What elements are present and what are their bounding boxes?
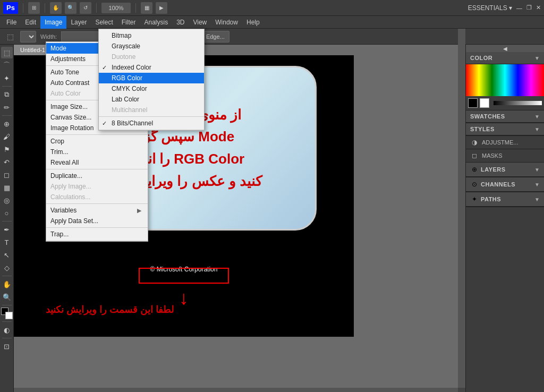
paths-panel-section: ✦ PATHS ▼ [466, 192, 544, 207]
masks-label: MASKS [482, 152, 503, 159]
separator [96, 3, 97, 13]
swatches-panel-section: SWATCHES ▼ [466, 110, 544, 123]
eyedropper-tool[interactable]: ✏ [1, 101, 13, 113]
8bit-check: ✓ [102, 120, 107, 127]
text-tool[interactable]: T [1, 236, 13, 248]
image-menu-crop[interactable]: Crop [46, 136, 148, 147]
color-spectrum[interactable] [466, 64, 544, 96]
hand-tool-icon[interactable]: ✋ [50, 2, 62, 14]
layers-panel-header[interactable]: ⊕ LAYERS ▼ [466, 163, 544, 177]
masks-item[interactable]: ◻ MASKS [466, 149, 544, 162]
adjustments-item[interactable]: ◑ ADJUSTME... [466, 136, 544, 149]
separator [45, 3, 45, 13]
view-icon[interactable]: ▦ [141, 2, 152, 14]
healing-brush-tool[interactable]: ⊕ [1, 118, 13, 130]
panel-collapse-arrow[interactable]: ◀ [466, 45, 544, 52]
masks-icon: ◻ [470, 151, 479, 160]
menu-help[interactable]: Help [242, 16, 264, 29]
screen-mode-button[interactable]: ⊡ [1, 340, 13, 352]
image-menu-trim[interactable]: Trim... [46, 147, 148, 157]
menu-layer[interactable]: Layer [66, 16, 91, 29]
mode-lab-color[interactable]: Lab Color [99, 94, 204, 105]
arrange-icon[interactable]: ⊞ [28, 2, 40, 14]
history-brush-tool[interactable]: ↶ [1, 156, 13, 168]
magic-wand-tool[interactable]: ✦ [1, 72, 13, 84]
rotate-icon[interactable]: ↺ [80, 2, 91, 14]
path-select-tool[interactable]: ↖ [1, 249, 13, 261]
channels-collapse-icon[interactable]: ▼ [534, 182, 540, 188]
menu-3d[interactable]: 3D [172, 16, 189, 29]
gradient-tool[interactable]: ▦ [1, 182, 13, 193]
styles-collapse-icon[interactable]: ▼ [534, 126, 540, 132]
swatches-collapse-icon[interactable]: ▼ [534, 114, 540, 120]
channels-panel-header[interactable]: ⊙ CHANNELS ▼ [466, 177, 544, 192]
restore-button[interactable]: ❐ [526, 4, 532, 11]
pen-tool[interactable]: ✒ [1, 224, 13, 235]
eraser-tool[interactable]: ◻ [1, 169, 13, 181]
right-panel-scrollbar[interactable] [458, 29, 465, 379]
mode-8bit[interactable]: ✓ 8 Bits/Channel [99, 118, 204, 129]
image-menu-apply-data-set[interactable]: Apply Data Set... [46, 216, 148, 226]
menu-window[interactable]: Window [211, 16, 242, 29]
mode-cmyk-color[interactable]: CMYK Color [99, 83, 204, 94]
image-menu-apply-image: Apply Image... [46, 181, 148, 192]
brush-tool[interactable]: 🖌 [1, 131, 13, 142]
shape-tool[interactable]: ◇ [1, 262, 13, 274]
arrow-icon[interactable]: ▶ [156, 2, 167, 14]
menu-filter[interactable]: Filter [117, 16, 140, 29]
zoom-tool[interactable]: 🔍 [1, 291, 13, 303]
fg-color-picker[interactable] [468, 98, 478, 108]
width-input[interactable] [61, 31, 98, 42]
styles-panel-header[interactable]: STYLES ▼ [466, 123, 544, 135]
selection-icon[interactable]: ⬚ [4, 31, 16, 42]
zoom-input[interactable]: 100% [101, 3, 131, 13]
color-selector[interactable] [1, 308, 13, 319]
color-panel-label: COLOR [470, 55, 492, 61]
channels-panel-section: ⊙ CHANNELS ▼ [466, 177, 544, 192]
essentials-label[interactable]: ESSENTIALS ▾ [468, 4, 512, 12]
color-collapse-icon[interactable]: ▼ [534, 55, 540, 61]
quick-mask-toggle[interactable]: ◐ [1, 324, 13, 336]
image-menu-reveal-all[interactable]: Reveal All [46, 157, 148, 168]
blur-tool[interactable]: ◎ [1, 194, 13, 206]
mode-bitmap[interactable]: Bitmap [99, 30, 204, 41]
topbar-right: ESSENTIALS ▾ — ❐ ✕ [468, 4, 541, 12]
mode-submenu: Bitmap Grayscale Duotone ✓ Indexed Color… [98, 29, 205, 131]
mode-indexed-color[interactable]: ✓ Indexed Color [99, 62, 204, 73]
lasso-tool[interactable]: ⌒ [1, 59, 13, 71]
minimize-button[interactable]: — [516, 5, 522, 11]
horizontal-scrollbar[interactable] [14, 388, 458, 392]
paths-collapse-icon[interactable]: ▼ [534, 197, 540, 202]
image-menu-duplicate[interactable]: Duplicate... [46, 171, 148, 181]
feather-select[interactable] [20, 31, 36, 42]
menu-analysis[interactable]: Analysis [140, 16, 172, 29]
image-menu-section-5: Duplicate... Apply Image... Calculations… [46, 169, 148, 204]
menubar: File Edit Image Layer Select Filter Anal… [0, 16, 544, 29]
menu-select[interactable]: Select [91, 16, 117, 29]
menu-file[interactable]: File [2, 16, 21, 29]
background-color[interactable] [5, 312, 13, 319]
paths-panel-header[interactable]: ✦ PATHS ▼ [466, 192, 544, 207]
menu-image[interactable]: Image [40, 16, 66, 29]
styles-panel-section: STYLES ▼ [466, 123, 544, 136]
close-button[interactable]: ✕ [536, 4, 541, 11]
menu-view[interactable]: View [189, 16, 211, 29]
hand-tool[interactable]: ✋ [1, 278, 13, 290]
image-menu-trap[interactable]: Trap... [46, 229, 148, 240]
marquee-tool[interactable]: ⬚ [1, 47, 13, 58]
swatches-panel-header[interactable]: SWATCHES ▼ [466, 110, 544, 123]
bg-color-picker[interactable] [480, 98, 489, 108]
color-panel-header[interactable]: COLOR ▼ [466, 52, 544, 64]
color-slider[interactable] [494, 101, 542, 105]
clone-stamp-tool[interactable]: ⚑ [1, 143, 13, 155]
crop-tool[interactable]: ⧉ [1, 89, 13, 100]
image-menu-section-7: Trap... [46, 228, 148, 241]
image-menu-variables[interactable]: Variables ▶ [46, 205, 148, 216]
layers-collapse-icon[interactable]: ▼ [534, 167, 540, 173]
mode-rgb-color[interactable]: RGB Color [99, 73, 204, 83]
dodge-tool[interactable]: ○ [1, 207, 13, 219]
mode-grayscale[interactable]: Grayscale [99, 41, 204, 52]
separator [135, 3, 136, 13]
menu-edit[interactable]: Edit [21, 16, 40, 29]
zoom-tool-icon[interactable]: 🔍 [65, 2, 76, 14]
